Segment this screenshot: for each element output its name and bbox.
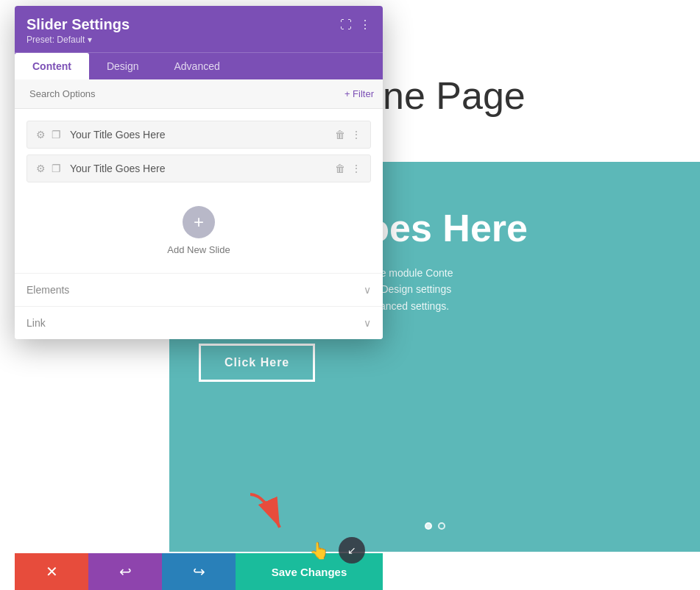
slide-icons-right-1: 🗑 ⋮ — [335, 129, 361, 141]
cancel-button[interactable]: ✕ — [15, 553, 88, 590]
filter-button[interactable]: + Filter — [344, 82, 374, 105]
save-label: Save Changes — [272, 566, 347, 578]
slide-gear-icon-1[interactable]: ⚙ — [36, 129, 46, 141]
undo-button[interactable]: ↩ — [88, 553, 162, 590]
expand-icon[interactable]: ⛶ — [340, 18, 352, 32]
tab-advanced[interactable]: Advanced — [156, 53, 237, 79]
slide-more-icon-2[interactable]: ⋮ — [351, 163, 361, 174]
slide-trash-icon-2[interactable]: 🗑 — [335, 163, 345, 174]
slider-dots — [425, 522, 445, 530]
dark-circle-icon: ↙ — [347, 544, 356, 556]
add-slide-label: Add New Slide — [167, 244, 230, 255]
tab-design[interactable]: Design — [89, 53, 157, 79]
more-icon[interactable]: ⋮ — [359, 18, 371, 32]
elements-label: Elements — [26, 284, 69, 296]
add-slide-area: + Add New Slide — [15, 194, 383, 273]
slide-item-2: ⚙ ❐ Your Title Goes Here 🗑 ⋮ — [26, 154, 371, 182]
panel-body: + Filter ⚙ ❐ Your Title Goes Here 🗑 ⋮ ⚙ … — [15, 79, 383, 339]
slide-copy-icon-2[interactable]: ❐ — [52, 163, 61, 174]
cancel-icon: ✕ — [46, 563, 58, 580]
slide-icons-right-2: 🗑 ⋮ — [335, 163, 361, 174]
slider-settings-panel: Slider Settings Preset: Default ▾ ⛶ ⋮ Co… — [15, 6, 383, 339]
click-here-button[interactable]: Click Here — [199, 344, 315, 382]
slide-copy-icon-1[interactable]: ❐ — [52, 129, 61, 141]
panel-preset[interactable]: Preset: Default ▾ — [26, 35, 130, 45]
tab-content[interactable]: Content — [15, 53, 89, 79]
panel-tabs: Content Design Advanced — [15, 52, 383, 79]
slides-list: ⚙ ❐ Your Title Goes Here 🗑 ⋮ ⚙ ❐ Your Ti… — [15, 109, 383, 194]
slide-title-1: Your Title Goes Here — [70, 129, 335, 141]
link-section[interactable]: Link ∨ — [15, 306, 383, 339]
elements-section[interactable]: Elements ∨ — [15, 273, 383, 306]
slide-icons-left-2: ⚙ ❐ — [36, 163, 61, 174]
slide-item-1: ⚙ ❐ Your Title Goes Here 🗑 ⋮ — [26, 121, 371, 149]
link-label: Link — [26, 317, 46, 329]
search-bar: + Filter — [15, 79, 383, 109]
page-title: ne Page — [383, 74, 526, 118]
slide-title-2: Your Title Goes Here — [70, 163, 335, 174]
link-chevron-icon: ∨ — [364, 317, 371, 329]
slide-icons-left-1: ⚙ ❐ — [36, 129, 61, 141]
dark-circle-button[interactable]: ↙ — [339, 537, 365, 564]
search-input[interactable] — [24, 79, 344, 108]
bottom-bar: ✕ ↩ ↪ Save Changes — [15, 553, 383, 590]
dot-2[interactable] — [438, 522, 445, 530]
add-slide-button[interactable]: + — [183, 206, 215, 238]
slide-trash-icon-1[interactable]: 🗑 — [335, 129, 345, 141]
elements-chevron-icon: ∨ — [364, 284, 371, 296]
panel-title: Slider Settings — [26, 16, 130, 33]
panel-header-icons: ⛶ ⋮ — [340, 18, 371, 32]
dot-1[interactable] — [425, 522, 432, 530]
undo-icon: ↩ — [119, 563, 132, 580]
redo-icon: ↪ — [193, 563, 205, 580]
slide-gear-icon-2[interactable]: ⚙ — [36, 163, 46, 174]
slide-more-icon-1[interactable]: ⋮ — [351, 129, 361, 141]
panel-title-group: Slider Settings Preset: Default ▾ — [26, 16, 130, 45]
redo-button[interactable]: ↪ — [162, 553, 236, 590]
panel-header: Slider Settings Preset: Default ▾ ⛶ ⋮ — [15, 6, 383, 52]
